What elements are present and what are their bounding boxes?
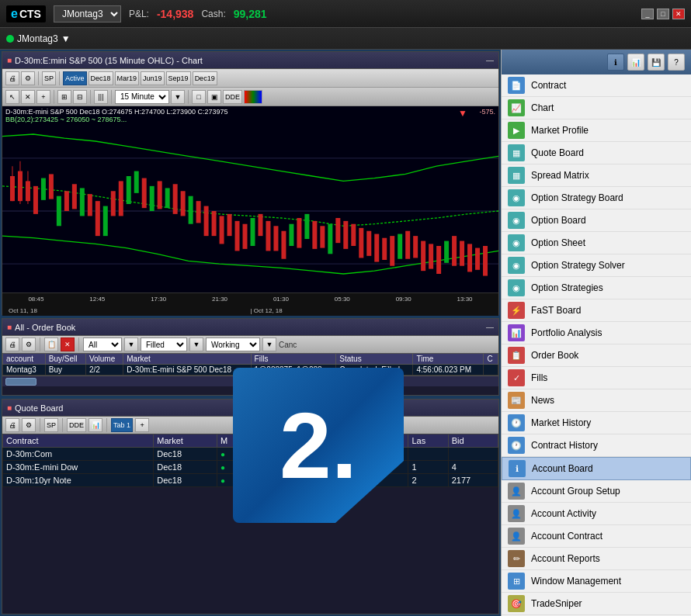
quote-tb-sp[interactable]: SP [44,418,58,432]
quote-cell-bid-1 [448,448,498,461]
app-logo: e CTS [6,5,46,22]
menu-item-fills[interactable]: ✓Fills [502,367,691,389]
order-filter-filled-dropdown[interactable]: ▼ [189,337,203,351]
chart-tb-sp[interactable]: SP [42,71,56,85]
order-filter-working[interactable]: Working [206,337,260,351]
menu-header-help-btn[interactable]: ? [668,54,685,71]
chart-tb-dde[interactable]: DDE [223,90,242,104]
chart-tab-jun19[interactable]: Jun19 [141,71,165,85]
svg-rect-7 [33,186,38,214]
menu-item-option-strategy-board[interactable]: ◉Option Strategy Board [502,187,691,209]
menu-icon-order-book: 📋 [508,347,525,364]
menu-item-option-strategy-solver[interactable]: ◉Option Strategy Solver [502,254,691,277]
quote-tab-1[interactable]: Tab 1 [111,418,133,432]
chart-tb-square1[interactable]: □ [192,90,206,104]
chart-tb-down[interactable]: ▼ [171,90,185,104]
maximize-button[interactable]: □ [657,9,669,19]
order-book-title: All - Order Book [15,323,75,332]
menu-item-order-book[interactable]: 📋Order Book [502,344,691,367]
menu-header-save-btn[interactable]: 💾 [648,54,665,71]
cell-time: 4:56:06.023 PM [413,365,484,375]
order-filter-all-dropdown[interactable]: ▼ [124,337,138,351]
svg-rect-14 [88,194,92,216]
chart-tab-active[interactable]: Active [63,71,87,85]
order-tb-delete[interactable]: ✕ [61,337,75,351]
menu-item-market-profile[interactable]: ▶Market Profile [502,119,691,142]
order-tb-print[interactable]: 🖨 [5,337,19,351]
menu-item-account-contract[interactable]: 👤Account Contract [502,525,691,548]
svg-rect-22 [150,186,155,211]
quote-tb-dde[interactable]: DDE [67,418,86,432]
menu-item-contract[interactable]: 📄Contract [502,74,691,97]
chart-tb-bar[interactable]: ||| [94,90,108,104]
menu-icon-market-profile: ▶ [508,122,525,139]
quote-tb-settings[interactable]: ⚙ [22,418,36,432]
account-selector[interactable]: JMontag3 [54,5,121,22]
chart-tab-sep19[interactable]: Sep19 [166,71,191,85]
svg-rect-54 [398,234,402,259]
chart-tab-mar19[interactable]: Mar19 [115,71,140,85]
menu-item-tradesniper[interactable]: 🎯TradeSniper [502,593,691,615]
quote-cell-las-2: 1 [408,461,448,474]
svg-rect-21 [142,178,147,209]
quote-board-icon: ■ [7,403,12,412]
menu-item-quote-board[interactable]: ▦Quote Board [502,142,691,164]
menu-item-account-activity[interactable]: 👤Account Activity [502,503,691,525]
col-volume: Volume [85,354,123,365]
menu-icon-account-group-setup: 👤 [508,483,525,500]
chart-tb-print[interactable]: 🖨 [5,71,19,85]
menu-label-option-board: Option Board [531,215,586,226]
quote-tb-chart[interactable]: 📊 [89,418,102,432]
svg-rect-55 [405,231,410,259]
menu-item-spread-matrix[interactable]: ▦Spread Matrix [502,164,691,187]
menu-item-window-management[interactable]: ⊞Window Management [502,570,691,593]
menu-item-option-strategies[interactable]: ◉Option Strategies [502,277,691,299]
order-filter-all[interactable]: All [83,337,122,351]
menu-item-account-group-setup[interactable]: 👤Account Group Setup [502,480,691,503]
menu-label-chart: Chart [531,102,554,113]
menu-label-option-strategy-solver: Option Strategy Solver [531,260,625,271]
chart-tb-color[interactable] [244,90,262,104]
order-filter-filled[interactable]: Filled [141,337,187,351]
chart-interval-select[interactable]: 15 Minute [115,90,169,104]
sub-account-dropdown-icon[interactable]: ▼ [61,33,71,44]
menu-item-account-board[interactable]: ℹAccount Board [502,457,691,480]
col-c: C [484,354,498,365]
menu-item-contract-history[interactable]: 🕐Contract History [502,434,691,457]
order-tb-icon1[interactable]: 📋 [44,337,58,351]
menu-label-portfolio-analysis: Portfolio Analysis [531,327,602,338]
scroll-handle[interactable] [5,378,36,386]
chart-tb-zoom1[interactable]: ⊞ [57,90,71,104]
chart-tb-zoom2[interactable]: ⊟ [73,90,87,104]
chart-close-button[interactable]: — [486,56,494,64]
svg-rect-48 [351,224,356,246]
chart-tb-cross[interactable]: ✕ [21,90,35,104]
quote-tb-print[interactable]: 🖨 [5,418,19,432]
chart-tb-cursor[interactable]: ↖ [5,90,19,104]
order-filter-working-dropdown[interactable]: ▼ [262,337,276,351]
menu-item-option-sheet[interactable]: ◉Option Sheet [502,232,691,254]
minimize-button[interactable]: _ [641,9,654,19]
menu-label-contract-history: Contract History [531,440,598,451]
order-book-close-button[interactable]: — [486,323,494,331]
quote-add-tab[interactable]: + [135,418,149,432]
chart-tb-settings[interactable]: ⚙ [21,71,35,85]
chart-tb-plus[interactable]: + [36,90,50,104]
cash-label: Cash: [201,9,225,19]
menu-item-fast-board[interactable]: ⚡FaST Board [502,299,691,322]
chart-tb-square2[interactable]: ▣ [207,90,221,104]
menu-item-chart[interactable]: 📈Chart [502,97,691,119]
menu-item-market-history[interactable]: 🕐Market History [502,412,691,434]
order-tb-sep [40,337,40,351]
close-button[interactable]: ✕ [672,9,685,19]
order-book-toolbar: 🖨 ⚙ 📋 ✕ All ▼ Filled ▼ Working ▼ Canc [2,336,498,353]
menu-item-account-reports[interactable]: ✏Account Reports [502,548,691,570]
chart-tab-dec19[interactable]: Dec19 [193,71,217,85]
order-tb-settings[interactable]: ⚙ [22,337,36,351]
chart-tab-dec18[interactable]: Dec18 [89,71,113,85]
menu-header-info-btn[interactable]: ℹ [607,54,624,71]
menu-item-portfolio-analysis[interactable]: 📊Portfolio Analysis [502,322,691,344]
menu-header-chart-btn[interactable]: 📊 [627,54,644,71]
menu-item-news[interactable]: 📰News [502,389,691,412]
menu-item-option-board[interactable]: ◉Option Board [502,209,691,232]
